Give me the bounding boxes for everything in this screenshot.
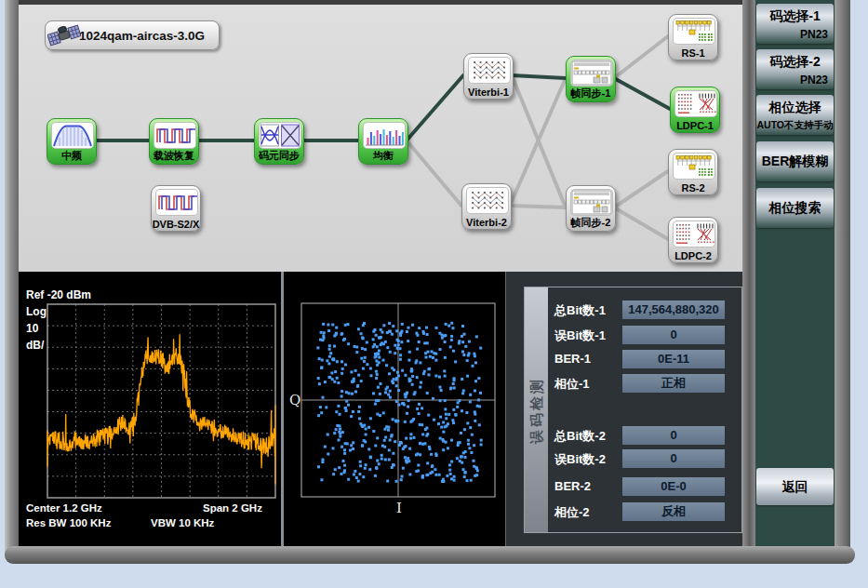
frame-middle (742, 0, 755, 549)
node-dvb[interactable]: DVB-S2/X (151, 185, 201, 232)
frame-bottom (5, 546, 855, 564)
node-label: Viterbi-1 (468, 87, 509, 98)
sidebar-button-label: 码选择-2 (756, 54, 834, 71)
ber-row-label: 误Bit数-1 (554, 327, 606, 344)
node-carrier[interactable]: 载波恢复 (149, 118, 199, 165)
q-axis-label: Q (289, 392, 300, 408)
spectrum-panel: Ref -20 dBm Log 10 dB/ Center 1.2 GHz Sp… (19, 272, 281, 546)
edge-frame2-ldpc2 (614, 207, 668, 239)
node-ldpc2[interactable]: LDPC-2 (668, 217, 718, 263)
spectrum-span-label: Span 2 GHz (203, 502, 262, 514)
node-rs1[interactable]: RS-1 (668, 14, 718, 60)
bandpass-icon (51, 122, 94, 149)
ldpc-icon (673, 220, 715, 247)
node-label: RS-2 (681, 182, 704, 194)
flow-diagram-panel: 1024qam-aircas-3.0G 中频载波恢复DVB-S2/X码元同步均衡… (19, 0, 742, 272)
spectrum-rbw-label: Res BW 100 KHz (26, 517, 111, 528)
node-viterbi1[interactable]: Viterbi-1 (463, 53, 514, 100)
trellis-icon (466, 187, 509, 214)
node-label: 中频 (61, 149, 82, 163)
node-viterbi2[interactable]: Viterbi-2 (461, 183, 512, 230)
squarewave-icon (155, 189, 198, 216)
node-label: LDPC-1 (676, 120, 714, 131)
signal-title-button[interactable]: 1024qam-aircas-3.0G (45, 20, 220, 50)
sidebar-button-code-select-1[interactable]: 码选择-1PN23 (756, 4, 834, 44)
spectrum-log-label: Log (26, 305, 47, 318)
node-label: 码元同步 (259, 149, 300, 163)
sidebar-button-code-select-2[interactable]: 码选择-2PN23 (756, 49, 834, 89)
ber-row-label: 误Bit数-2 (554, 451, 606, 468)
edge-viterbi2-frame2 (510, 206, 566, 207)
edge-viterbi1-frame1 (512, 75, 566, 78)
sidebar-button-label: 相位搜索 (756, 200, 834, 217)
ber-row-value: 0E-0 (622, 477, 725, 496)
node-label: DVB-S2/X (153, 219, 200, 230)
equalizer-icon (363, 122, 406, 149)
ber-row-label: BER-1 (554, 352, 591, 366)
ber-row: 误Bit数-10 (554, 326, 737, 344)
node-label: LDPC-2 (674, 250, 712, 261)
back-button[interactable]: 返回 (756, 468, 834, 505)
node-symsync[interactable]: 码元同步 (254, 118, 304, 165)
edge-eq-viterbi1 (407, 75, 463, 140)
app-window: 1024qam-aircas-3.0G 中频载波恢复DVB-S2/X码元同步均衡… (0, 0, 868, 588)
node-label: 均衡 (373, 149, 394, 163)
sidebar-button-ber-deambiguity[interactable]: BER解模糊 (756, 141, 834, 181)
ber-row: 误Bit数-20 (554, 449, 737, 468)
ber-row: 总Bit数-1147,564,880,320 (554, 301, 737, 319)
node-label: 帧同步-1 (571, 87, 611, 100)
eye-icon (259, 122, 301, 149)
ber-row-label: 总Bit数-1 (554, 302, 606, 319)
edge-eq-viterbi2 (407, 140, 461, 206)
ber-row: BER-10E-11 (554, 350, 737, 368)
sidebar-button-label: 相位选择 (756, 100, 834, 116)
ber-row-value: 正相 (622, 374, 725, 393)
node-frame2[interactable]: 帧同步-2 (566, 185, 616, 232)
spectrum-ref-label: Ref -20 dBm (26, 288, 91, 301)
sidebar-button-phase-search[interactable]: 相位搜索 (756, 188, 834, 228)
ber-row: 相位-2反相 (554, 502, 737, 521)
frame-icon (570, 60, 613, 87)
node-ldpc1[interactable]: LDPC-1 (670, 87, 720, 133)
trellis-icon (468, 57, 511, 84)
frame-icon (570, 189, 613, 216)
sidebar: 码选择-1PN23码选择-2PN23相位选择AUTO不支持手动BER解模糊相位搜… (755, 0, 835, 549)
node-if[interactable]: 中频 (47, 118, 97, 165)
node-eq[interactable]: 均衡 (358, 118, 408, 165)
satellite-icon (47, 21, 81, 49)
frame-right (835, 0, 850, 562)
edge-frame1-rs1 (614, 36, 668, 78)
ber-row-label: 相位-2 (554, 504, 590, 521)
ber-row-value: 反相 (622, 502, 725, 521)
ber-panel-border (524, 287, 742, 533)
edge-frame1-ldpc1 (614, 78, 670, 109)
ber-row: 总Bit数-20 (554, 426, 737, 445)
spectrum-scale-label: 10 (26, 322, 38, 335)
ber-row: BER-20E-0 (554, 477, 737, 496)
sidebar-button-sublabel: PN23 (800, 74, 828, 87)
ber-row-value: 0E-11 (622, 350, 725, 368)
node-rs2[interactable]: RS-2 (668, 149, 718, 195)
rs-icon (673, 18, 715, 45)
ber-row-label: 相位-1 (554, 376, 590, 393)
edge-frame2-rs2 (614, 171, 668, 207)
i-axis-label: I (396, 500, 402, 516)
ber-row-value: 0 (622, 326, 725, 344)
rs-icon (673, 153, 715, 180)
node-frame1[interactable]: 帧同步-1 (566, 56, 616, 102)
ber-row-value: 0 (622, 426, 725, 445)
ber-row-label: BER-2 (554, 479, 591, 493)
node-label: 帧同步-2 (571, 216, 611, 230)
sidebar-button-sublabel: PN23 (800, 28, 828, 41)
constellation-plot (284, 272, 505, 546)
spectrum-center-label: Center 1.2 GHz (26, 502, 102, 514)
node-label: Viterbi-2 (466, 217, 507, 228)
sidebar-button-label: BER解模糊 (756, 154, 834, 170)
ber-row: 相位-1正相 (554, 374, 737, 393)
frame-left (5, 0, 19, 562)
ber-row-value: 147,564,880,320 (622, 301, 725, 319)
ber-row-value: 0 (622, 449, 725, 468)
sidebar-button-phase-select[interactable]: 相位选择AUTO不支持手动 (756, 95, 834, 135)
node-label: 载波恢复 (154, 149, 194, 163)
constellation-panel: Q I (284, 272, 505, 546)
